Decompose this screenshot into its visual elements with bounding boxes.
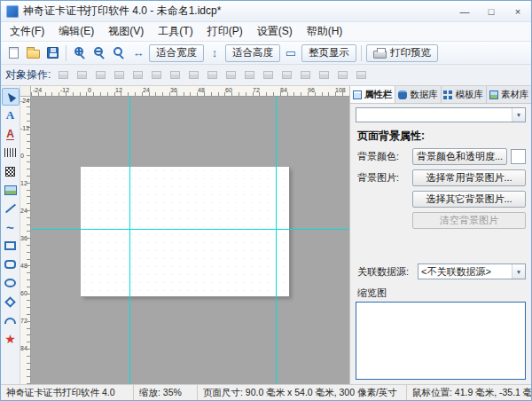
menu-item-tools[interactable]: 工具(T) <box>151 22 200 41</box>
bring-forward-icon[interactable] <box>297 67 314 83</box>
clear-bg-button[interactable]: 清空背景图片 <box>412 212 526 229</box>
chevron-down-icon[interactable]: ▼ <box>512 108 525 122</box>
group-icon[interactable] <box>334 67 351 83</box>
bg-color-swatch[interactable] <box>511 149 526 164</box>
ruler-label: 0 <box>20 152 30 179</box>
fit-width-button[interactable]: 适合宽度 <box>149 44 204 62</box>
ungroup-icon[interactable] <box>353 67 370 83</box>
save-button[interactable] <box>43 44 61 62</box>
tab-database[interactable]: 数据库 <box>395 86 441 103</box>
tool-icon <box>5 167 15 177</box>
align-left-icon[interactable] <box>55 67 72 83</box>
thumbnail-label: 缩览图 <box>357 287 524 300</box>
print-preview-button[interactable]: 打印预览 <box>366 44 438 62</box>
equal-width-icon[interactable] <box>167 67 184 83</box>
icon-glyph <box>356 71 366 79</box>
menu-item-help[interactable]: 帮助(H) <box>300 22 350 41</box>
open-button[interactable] <box>24 44 42 62</box>
tab-materials[interactable]: 素材库 <box>487 86 531 103</box>
ellipse-tool[interactable] <box>2 274 20 292</box>
datasource-select[interactable]: <不关联数据源> ▼ <box>418 263 526 279</box>
barcode-tool[interactable] <box>2 144 20 161</box>
align-top-icon[interactable] <box>111 67 128 83</box>
full-page-button[interactable]: 整页显示 <box>301 44 356 62</box>
horizontal-ruler[interactable]: -24-1201224364860728496108 <box>31 86 349 97</box>
app-window: 神奇证卡证书打印软件 4.0 - 未命名1.idcp* — □ × 文件(F)编… <box>0 0 532 401</box>
qrcode-tool[interactable] <box>2 162 20 180</box>
zoom-in-button[interactable] <box>71 44 89 62</box>
canvas-area[interactable]: -24-1201224364860728496108 -24-120122436… <box>20 86 349 384</box>
distribute-v-icon[interactable] <box>241 67 258 83</box>
new-document-icon <box>9 47 19 59</box>
guide-line-vertical[interactable] <box>276 97 277 384</box>
icon-glyph <box>133 71 143 79</box>
select-other-bg-button[interactable]: 选择其它背景图片... <box>412 191 526 208</box>
ruler-label: -24 <box>20 97 30 124</box>
menu-item-view[interactable]: 视图(V) <box>101 22 151 41</box>
bg-image-label: 背景图片: <box>357 171 409 185</box>
object-selector-combo[interactable]: ▼ <box>356 107 526 122</box>
design-canvas[interactable] <box>31 97 349 384</box>
zoom-out-button[interactable] <box>90 44 108 62</box>
thumbnail-preview <box>356 302 526 380</box>
fit-width-arrow-icon: ↔ <box>129 44 147 62</box>
tab-label: 素材库 <box>501 89 529 101</box>
zoom-reset-button[interactable] <box>110 44 128 62</box>
app-icon <box>6 5 19 18</box>
minimize-button[interactable]: — <box>451 1 478 21</box>
tab-templates[interactable]: 模板库 <box>442 86 487 103</box>
ruler-label: -12 <box>59 86 86 96</box>
line-tool[interactable] <box>2 200 20 217</box>
align-hcenter-icon[interactable] <box>74 67 90 83</box>
new-document-button[interactable] <box>4 44 22 62</box>
align-vcenter-icon[interactable] <box>129 67 146 83</box>
polygon-tool[interactable] <box>2 293 20 311</box>
image-tool[interactable] <box>2 181 20 199</box>
menu-item-file[interactable]: 文件(F) <box>3 22 51 41</box>
ruler-label: 84 <box>278 86 306 96</box>
print-preview-label: 打印预览 <box>390 46 431 59</box>
tab-label: 数据库 <box>410 89 438 101</box>
bg-color-button[interactable]: 背景颜色和透明度... <box>412 148 507 165</box>
design-page[interactable] <box>81 167 289 296</box>
align-right-icon[interactable] <box>92 67 109 83</box>
fit-height-button[interactable]: 适合高度 <box>225 44 280 62</box>
rectangle-tool[interactable] <box>2 237 20 255</box>
main-area: A A ~ <box>1 86 531 384</box>
tool-glyph: ★ <box>4 332 16 346</box>
close-button[interactable]: × <box>505 1 531 21</box>
text-tool[interactable]: A <box>2 106 20 124</box>
database-icon <box>398 90 407 99</box>
select-common-bg-button[interactable]: 选择常用背景图片... <box>412 169 526 186</box>
bring-to-front-icon[interactable] <box>260 67 277 83</box>
guide-line-horizontal[interactable] <box>31 229 349 230</box>
section-title: 页面背景属性: <box>357 129 524 144</box>
vertical-text-tool[interactable]: A <box>2 125 20 143</box>
tool-icon <box>4 318 16 324</box>
ruler-label: 72 <box>251 86 278 96</box>
select-tool[interactable] <box>2 88 20 106</box>
menu-item-settings[interactable]: 设置(S) <box>250 22 300 41</box>
align-bottom-icon[interactable] <box>148 67 165 83</box>
tool-icon <box>4 91 15 103</box>
arc-tool[interactable] <box>2 311 20 329</box>
datasource-row: 关联数据源: <不关联数据源> ▼ <box>357 263 526 280</box>
distribute-h-icon[interactable] <box>223 67 239 83</box>
send-to-back-icon[interactable] <box>278 67 295 83</box>
toolbar-separator <box>361 45 362 61</box>
send-backward-icon[interactable] <box>316 67 332 83</box>
vertical-ruler[interactable]: -24-12012243648607284 <box>20 97 31 384</box>
equal-height-icon[interactable] <box>185 67 202 83</box>
menu-item-edit[interactable]: 编辑(E) <box>51 22 101 41</box>
equal-size-icon[interactable] <box>204 67 221 83</box>
maximize-button[interactable]: □ <box>478 1 505 21</box>
star-tool[interactable]: ★ <box>2 330 20 348</box>
menu-item-print[interactable]: 打印(P) <box>200 22 250 41</box>
fit-height-arrow-icon: ↕ <box>206 44 223 62</box>
curve-tool[interactable]: ~ <box>2 218 20 236</box>
statusbar: 神奇证卡证书打印软件 4.0 缩放: 35% 页面尺寸: 90.0 毫米 x 5… <box>1 384 531 400</box>
rounded-rectangle-tool[interactable] <box>2 256 20 273</box>
guide-line-vertical[interactable] <box>129 97 130 384</box>
chevron-down-icon[interactable]: ▼ <box>512 264 525 279</box>
tab-properties[interactable]: 属性栏 <box>350 86 395 103</box>
